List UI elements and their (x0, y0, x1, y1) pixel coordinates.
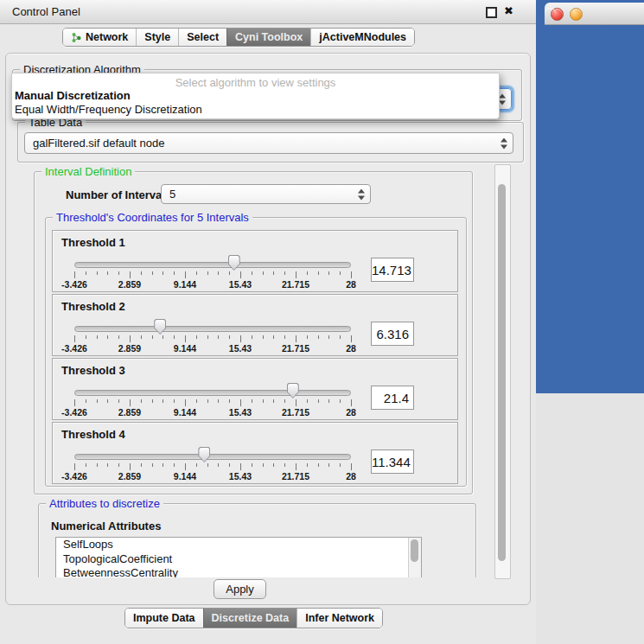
slider-thumb[interactable] (287, 383, 299, 399)
tick-mark (196, 463, 197, 467)
scale-label: -3.426 (54, 343, 94, 354)
slider-track[interactable] (74, 454, 351, 460)
tick-mark (229, 463, 230, 467)
tick-mark (118, 335, 119, 339)
popup-hint: Select algorithm to view settings (12, 76, 499, 89)
tick-mark (141, 335, 142, 339)
tab-select[interactable]: Select (178, 29, 226, 46)
tick-mark (174, 463, 175, 467)
tick-mark (174, 271, 175, 275)
tab-style[interactable]: Style (136, 29, 178, 46)
slider-scale: -3.4262.8599.14415.4321.71528 (74, 407, 352, 418)
tick-mark (86, 271, 86, 275)
tick-mark (97, 399, 98, 403)
minimize-traffic-light-icon[interactable] (570, 8, 583, 21)
combo-stepper-icon[interactable] (358, 188, 366, 200)
threshold-label: Threshold 4 (61, 428, 125, 441)
tick-mark (284, 399, 285, 403)
tick-mark (196, 335, 197, 339)
threshold-value-field[interactable]: 14.713 (371, 258, 414, 282)
tick-mark (163, 463, 163, 467)
tick-mark (141, 463, 142, 467)
slider-track[interactable] (74, 390, 351, 396)
close-icon[interactable] (504, 4, 516, 18)
threshold-value-field[interactable]: 6.316 (371, 322, 414, 346)
algorithm-option[interactable]: Equal Width/Frequency Discretization (15, 103, 202, 116)
tick-mark (284, 463, 285, 467)
attribute-item[interactable]: SelfLoops (56, 538, 421, 552)
slider-track[interactable] (74, 262, 351, 268)
float-window-icon[interactable] (486, 7, 497, 18)
tick-mark (118, 463, 119, 467)
tick-mark (263, 463, 264, 467)
apply-button[interactable]: Apply (214, 579, 266, 599)
tick-mark (263, 335, 264, 339)
tick-mark (328, 271, 329, 275)
tick-mark (97, 463, 98, 467)
tick-mark (218, 335, 219, 339)
tick-mark (263, 399, 264, 403)
threshold-value-field[interactable]: 11.344 (371, 450, 414, 474)
algorithm-option[interactable]: Manual Discretization (15, 89, 131, 102)
tick-mark (229, 271, 230, 275)
tick-mark (74, 399, 75, 406)
tab-infer-network[interactable]: Infer Network (296, 609, 382, 628)
thresholds-group: Threshold's Coordinates for 5 Intervals … (45, 217, 467, 487)
number-of-intervals-combo[interactable]: 5 (161, 184, 371, 204)
tab-jactivemnodules[interactable]: jActiveMNodules (310, 29, 414, 46)
attribute-item[interactable]: TopologicalCoefficient (56, 552, 421, 567)
tick-mark (328, 463, 329, 467)
tab-label: Network (86, 31, 128, 43)
tab-discretize-data[interactable]: Discretize Data (203, 609, 297, 628)
scale-label: 28 (331, 279, 371, 290)
slider-thumb[interactable] (154, 319, 166, 335)
zoom-traffic-light-icon[interactable] (545, 8, 556, 19)
tab-network[interactable]: Network (63, 29, 136, 46)
combo-stepper-icon[interactable] (499, 93, 507, 105)
tick-mark (340, 271, 341, 275)
combo-stepper-icon[interactable] (501, 137, 508, 149)
tab-label: Infer Network (305, 612, 374, 624)
tick-mark (318, 399, 319, 403)
bottom-tab-bar: Impute DataDiscretize DataInfer Network (124, 608, 383, 628)
tick-mark (163, 271, 163, 275)
tab-cyni-toolbox[interactable]: Cyni Toolbox (226, 29, 310, 46)
tab-label: Impute Data (133, 612, 195, 624)
tick-mark (185, 399, 186, 406)
tick-mark (86, 463, 86, 467)
tick-mark (218, 399, 219, 403)
tick-mark (163, 399, 163, 403)
settings-scrollbar[interactable] (494, 164, 511, 579)
tick-mark (74, 335, 75, 342)
tick-mark (74, 463, 75, 470)
tick-mark (152, 399, 153, 403)
panel-title: Control Panel (12, 5, 80, 18)
slider-track[interactable] (74, 326, 351, 332)
number-of-intervals-value: 5 (169, 188, 175, 201)
tick-mark (263, 271, 264, 275)
algorithm-dropdown-popup: Select algorithm to view settings Manual… (11, 73, 500, 119)
tick-mark (218, 463, 219, 467)
tick-mark (118, 271, 119, 275)
scale-label: -3.426 (54, 471, 94, 481)
scale-label: 2.859 (110, 279, 150, 290)
tick-mark (196, 399, 197, 403)
slider-thumb[interactable] (198, 447, 210, 462)
tick-mark (185, 271, 186, 278)
slider-thumb[interactable] (228, 255, 240, 271)
attribute-item[interactable]: BetweennessCentrality (56, 566, 421, 577)
table-data-combo[interactable]: galFiltered.sif default node (24, 132, 513, 154)
tab-label: Select (187, 31, 219, 43)
threshold-value-field[interactable]: 21.4 (371, 386, 414, 410)
scale-label: 28 (331, 343, 371, 354)
attributes-group-label: Attributes to discretize (46, 497, 163, 510)
network-window-titlebar[interactable] (545, 3, 644, 25)
settings-scrollbar-thumb[interactable] (498, 184, 506, 561)
tick-mark (307, 399, 308, 403)
tab-impute-data[interactable]: Impute Data (125, 609, 203, 628)
slider-scale: -3.4262.8599.14415.4321.71528 (74, 471, 352, 481)
numerical-attributes-list[interactable]: SelfLoopsTopologicalCoefficientBetweenne… (55, 537, 422, 577)
list-scrollbar-thumb[interactable] (411, 539, 418, 562)
tick-mark (240, 463, 241, 470)
list-scrollbar[interactable] (408, 538, 421, 577)
